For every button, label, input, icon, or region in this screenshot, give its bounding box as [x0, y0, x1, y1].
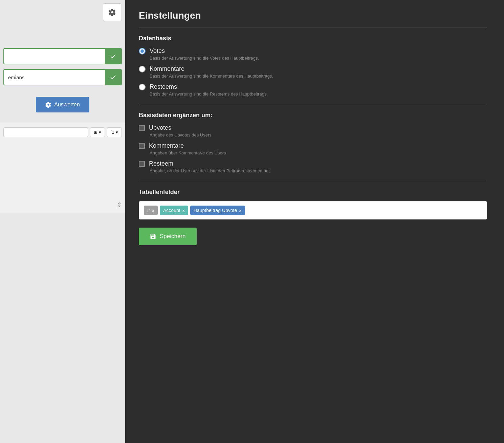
tag-account[interactable]: Account x: [160, 206, 188, 215]
scroll-indicator: ⇕: [3, 200, 122, 210]
kommentare-desc: Basis der Auswertung sind die Kommentare…: [150, 73, 487, 79]
resteems-label-row[interactable]: Resteems: [139, 83, 487, 90]
grid-icon: ⊞: [94, 130, 97, 135]
table-row[interactable]: [3, 181, 122, 190]
sort-dropdown-arrow: ▾: [116, 130, 118, 135]
upvotes-label: Upvotes: [149, 124, 171, 131]
left-inputs-area: Auswerten: [0, 45, 125, 115]
table-row[interactable]: [3, 161, 122, 170]
settings-icon: [45, 102, 51, 108]
scroll-arrow-icon: ⇕: [117, 201, 122, 209]
confirm-btn-2[interactable]: [105, 70, 121, 85]
votes-label: Votes: [150, 47, 165, 55]
upvotes-label-row[interactable]: Upvotes: [139, 124, 487, 131]
input-row-2: [3, 69, 122, 85]
option-resteem: Resteem Angabe, ob der User aus der List…: [139, 160, 487, 175]
tabellenfelder-section: Tabellenfelder # x Account x Hauptbeitra…: [139, 189, 487, 219]
tag-hash[interactable]: # x: [144, 206, 158, 215]
input-row-1: [3, 48, 122, 64]
gear-icon: [109, 8, 116, 16]
tags-box[interactable]: # x Account x Hauptbeitrag Upvote x: [139, 201, 487, 219]
option-kommentare: Kommentare Basis der Auswertung sind die…: [139, 65, 487, 80]
kommentare2-label-row[interactable]: Kommentare: [139, 142, 487, 149]
option-votes: Votes Basis der Auswertung sind die Vote…: [139, 47, 487, 62]
datenbasis-section: Datenbasis Votes Basis der Auswertung si…: [139, 35, 487, 98]
table-toolbar: ⊞ ▾ ⇅ ▾: [3, 125, 122, 139]
table-row[interactable]: [3, 190, 122, 200]
table-row[interactable]: [3, 171, 122, 180]
kommentare-label: Kommentare: [150, 65, 184, 72]
radio-kommentare[interactable]: [139, 66, 146, 72]
tag-hauptbeitrag[interactable]: Hauptbeitrag Upvote x: [190, 206, 245, 215]
input-field-1[interactable]: [4, 50, 105, 63]
votes-label-row[interactable]: Votes: [139, 47, 487, 55]
option-resteems: Resteems Basis der Auswertung sind die R…: [139, 83, 487, 98]
resteems-label: Resteems: [150, 83, 177, 90]
upvotes-desc: Angabe des Upvotes des Users: [150, 132, 487, 138]
divider-2: [139, 104, 487, 104]
check-icon-1: [110, 53, 116, 60]
kommentare2-desc: Angaben über Kommentar/e des Users: [150, 150, 487, 155]
basisdaten-title: Basisdaten ergänzen um:: [139, 112, 487, 119]
resteems-desc: Basis der Auswertung sind die Resteems d…: [150, 91, 487, 97]
table-row[interactable]: [3, 141, 122, 151]
option-kommentare2: Kommentare Angaben über Kommentar/e des …: [139, 142, 487, 157]
left-table-section: ⊞ ▾ ⇅ ▾ ⇕: [0, 123, 125, 213]
resteem-desc: Angabe, ob der User aus der Liste den Be…: [150, 168, 487, 173]
save-btn-label: Speichern: [160, 233, 186, 240]
radio-votes[interactable]: [139, 48, 146, 55]
resteem-label: Resteem: [149, 160, 173, 167]
radio-resteems[interactable]: [139, 84, 146, 90]
tag-hash-remove[interactable]: x: [152, 208, 154, 213]
kommentare2-label: Kommentare: [149, 142, 184, 149]
tag-account-label: Account: [163, 208, 180, 213]
kommentare-label-row[interactable]: Kommentare: [139, 65, 487, 72]
tag-hash-label: #: [147, 208, 150, 213]
datenbasis-radio-group: Votes Basis der Auswertung sind die Vote…: [139, 47, 487, 98]
checkbox-resteem[interactable]: [139, 161, 145, 167]
checkbox-upvotes[interactable]: [139, 125, 145, 131]
grid-dropdown-arrow: ▾: [99, 130, 101, 135]
auswerten-button[interactable]: Auswerten: [36, 97, 89, 112]
page-title: Einstellungen: [139, 10, 487, 21]
basisdaten-section: Basisdaten ergänzen um: Upvotes Angabe d…: [139, 112, 487, 175]
divider-1: [139, 27, 487, 27]
tabellenfelder-title: Tabellenfelder: [139, 189, 487, 196]
check-icon-2: [110, 74, 116, 81]
save-icon: [150, 233, 156, 240]
left-panel: Auswerten ⊞ ▾ ⇅ ▾ ⇕: [0, 0, 125, 443]
sort-icon: ⇅: [111, 130, 114, 135]
save-button[interactable]: Speichern: [139, 228, 197, 245]
table-search-input[interactable]: [3, 127, 88, 137]
sort-button[interactable]: ⇅ ▾: [107, 127, 122, 137]
resteem-label-row[interactable]: Resteem: [139, 160, 487, 167]
option-upvotes: Upvotes Angabe des Upvotes des Users: [139, 124, 487, 139]
input-field-2[interactable]: [4, 71, 105, 84]
table-row[interactable]: [3, 151, 122, 161]
right-panel: Einstellungen Datenbasis Votes Basis der…: [125, 0, 504, 443]
gear-button[interactable]: [103, 3, 122, 21]
datenbasis-title: Datenbasis: [139, 35, 487, 42]
tag-account-remove[interactable]: x: [182, 208, 185, 213]
tag-hauptbeitrag-label: Hauptbeitrag Upvote: [194, 208, 237, 213]
grid-view-button[interactable]: ⊞ ▾: [90, 127, 105, 137]
basisdaten-checkbox-group: Upvotes Angabe des Upvotes des Users Kom…: [139, 124, 487, 175]
divider-3: [139, 181, 487, 181]
checkbox-kommentare2[interactable]: [139, 143, 145, 149]
confirm-btn-1[interactable]: [105, 49, 121, 64]
tag-hauptbeitrag-remove[interactable]: x: [239, 208, 241, 213]
table-rows: [3, 141, 122, 200]
votes-desc: Basis der Auswertung sind die Votes des …: [150, 56, 487, 61]
